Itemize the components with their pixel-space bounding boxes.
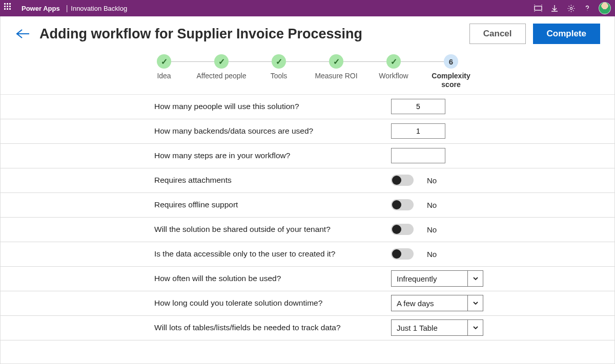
creator-only-toggle[interactable] xyxy=(391,248,414,260)
help-icon[interactable] xyxy=(579,0,596,16)
step-affected-people[interactable]: Affected people xyxy=(193,54,250,80)
question-label: How many peoople will use this solution? xyxy=(154,102,391,111)
row-usage-frequency: How often will the solution be used? Inf… xyxy=(1,267,614,291)
page-header: Adding workflow for Supplier Invoice Pro… xyxy=(1,16,614,50)
cancel-button[interactable]: Cancel xyxy=(469,24,526,44)
check-icon xyxy=(157,54,171,69)
question-label: Will lots of tables/lists/fields be need… xyxy=(154,323,391,332)
step-measure-roi[interactable]: Measure ROI xyxy=(308,54,365,80)
check-icon xyxy=(214,54,229,69)
users-count-input[interactable] xyxy=(391,99,445,114)
step-complexity-score[interactable]: 6 Complexity score xyxy=(422,54,480,89)
steps-count-input[interactable] xyxy=(391,148,445,163)
check-icon xyxy=(386,54,401,69)
step-label: Tools xyxy=(250,72,308,80)
complete-button[interactable]: Complete xyxy=(533,24,600,44)
tables-needed-select[interactable]: Just 1 Table xyxy=(391,319,483,336)
step-workflow[interactable]: Workflow xyxy=(365,54,422,80)
user-avatar[interactable] xyxy=(599,2,611,14)
row-backends-count: How many backends/data sources are used? xyxy=(1,119,614,144)
step-idea[interactable]: Idea xyxy=(135,54,193,80)
shared-outside-toggle[interactable] xyxy=(391,224,414,235)
question-label: Requires offline support xyxy=(154,200,391,209)
page-body: Adding workflow for Supplier Invoice Pro… xyxy=(0,16,615,364)
check-icon xyxy=(329,54,343,69)
backends-count-input[interactable] xyxy=(391,123,445,139)
back-arrow-icon[interactable] xyxy=(12,28,30,40)
download-icon[interactable] xyxy=(546,0,563,16)
step-label: Measure ROI xyxy=(308,72,365,80)
step-label: Affected people xyxy=(193,72,250,80)
waffle-icon[interactable] xyxy=(4,3,14,13)
check-icon xyxy=(272,54,286,69)
usage-frequency-select[interactable]: Infrequently xyxy=(391,270,483,287)
offline-toggle[interactable] xyxy=(391,199,414,210)
toggle-value-label: No xyxy=(427,201,437,209)
question-label: How many backends/data sources are used? xyxy=(154,126,391,136)
step-number: 6 xyxy=(444,54,458,69)
chevron-down-icon xyxy=(467,295,483,311)
row-offline-support: Requires offline support No xyxy=(1,193,614,218)
row-users-count: How many peoople will use this solution? xyxy=(1,95,614,119)
app-bar: Power Apps | Innovation Backlog xyxy=(0,0,615,16)
row-data-accessible-creator-only: Is the data accessible only to the user … xyxy=(1,242,614,267)
step-label: Complexity score xyxy=(422,72,480,89)
toggle-value-label: No xyxy=(427,225,437,234)
attachments-toggle[interactable] xyxy=(391,175,414,186)
step-label: Idea xyxy=(135,72,193,80)
brand-separator: | xyxy=(66,4,68,12)
question-label: How long could you tolerate solution dow… xyxy=(154,298,391,308)
row-downtime-tolerance: How long could you tolerate solution dow… xyxy=(1,291,614,316)
question-label: How often will the solution be used? xyxy=(154,274,391,283)
brand-label: Power Apps xyxy=(22,5,60,12)
fit-icon[interactable] xyxy=(530,0,546,16)
svg-rect-0 xyxy=(535,6,542,10)
question-label: Will the solution be shared outside of y… xyxy=(154,225,391,234)
row-steps-count: How many steps are in your workflow? xyxy=(1,144,614,168)
select-value: Infrequently xyxy=(397,274,478,283)
complexity-form: How many peoople will use this solution?… xyxy=(1,95,614,340)
settings-gear-icon[interactable] xyxy=(563,0,579,16)
toggle-value-label: No xyxy=(427,176,437,185)
question-label: How many steps are in your workflow? xyxy=(154,151,391,160)
step-tools[interactable]: Tools xyxy=(250,54,308,80)
toggle-value-label: No xyxy=(427,250,437,259)
step-label: Workflow xyxy=(365,72,422,80)
downtime-tolerance-select[interactable]: A few days xyxy=(391,295,483,311)
chevron-down-icon xyxy=(467,320,483,335)
row-attachments: Requires attachments No xyxy=(1,168,614,193)
question-label: Is the data accessible only to the user … xyxy=(154,249,391,259)
app-name: Innovation Backlog xyxy=(71,5,127,12)
row-tables-needed: Will lots of tables/lists/fields be need… xyxy=(1,316,614,340)
question-label: Requires attachments xyxy=(154,176,391,185)
select-value: Just 1 Table xyxy=(397,324,478,332)
wizard-stepper: Idea Affected people Tools Measure ROI W… xyxy=(1,50,614,95)
chevron-down-icon xyxy=(467,271,483,286)
svg-point-1 xyxy=(570,7,572,9)
page-title: Adding workflow for Supplier Invoice Pro… xyxy=(39,26,462,42)
select-value: A few days xyxy=(397,299,478,308)
row-shared-outside-tenant: Will the solution be shared outside of y… xyxy=(1,218,614,242)
